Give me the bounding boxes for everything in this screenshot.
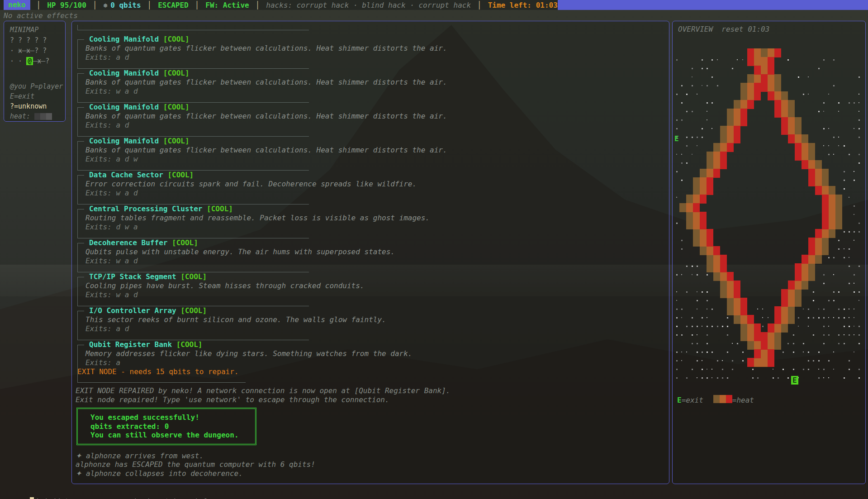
event-message: alphonze has ESCAPED the quantum compute…: [76, 460, 669, 469]
room-entry: Cooling Manifold [COOL] Banks of quantum…: [77, 103, 669, 137]
room-desc: Routing tables fragment and reassemble. …: [85, 214, 669, 223]
escape-line-3: You can still observe the dungeon.: [90, 431, 239, 440]
room-desc: Cooling pipes have burst. Steam hisses t…: [85, 281, 669, 290]
player-name-badge: neko: [4, 0, 30, 10]
legend-you: @you P=player: [10, 81, 65, 91]
minimap-row-3: · · @ x ?: [10, 56, 65, 67]
legend-heat-label: =heat: [732, 396, 754, 404]
exit-marker: E: [791, 376, 798, 385]
room-title: Data Cache Sector [COOL]: [85, 171, 669, 180]
room-frame-corner: [77, 175, 84, 176]
room-cool-tag: [COOL]: [207, 204, 233, 213]
minimap-title: MINIMAP: [10, 25, 65, 35]
room-name: TCP/IP Stack Segment: [89, 272, 176, 281]
room-cool-tag: [COOL]: [163, 35, 190, 43]
escape-line-1: You escaped successfully!: [90, 413, 239, 422]
player-marker: @: [26, 57, 33, 65]
overview-map: EE: [673, 21, 865, 484]
room-frame-corner: [77, 107, 84, 108]
rooms-list: Cooling Manifold [COOL] Banks of quantum…: [75, 35, 669, 383]
minimap-panel: MINIMAP ? ? ? ? ? · x x ? ? · · @ x ? @y…: [4, 21, 66, 122]
room-exits: Exits: d w a: [85, 223, 669, 232]
heat-swatches: [34, 112, 52, 120]
room-desc: Banks of quantum gates flicker between c…: [85, 146, 669, 155]
room-cool-tag: [COOL]: [163, 137, 190, 145]
room-title: Central Processing Cluster [COOL]: [85, 204, 669, 214]
room-frame-vline: [77, 107, 78, 136]
room-frame-vline: [77, 39, 78, 68]
room-exits: Exits: w a d: [85, 290, 669, 299]
overview-header: OVERVIEW reset 01:03: [678, 25, 769, 33]
room-entry: Cooling Manifold [COOL] Banks of quantum…: [77, 137, 669, 171]
repair-message-2: Exit node repaired! Type 'use network' t…: [76, 395, 669, 404]
divider: │: [195, 1, 199, 10]
minimap-legend: @you P=player E=exit ?=unknown heat:: [10, 81, 65, 121]
overview-panel: OVERVIEW reset 01:03 EE E=exit=heat: [672, 21, 866, 484]
room-name: Data Cache Sector: [89, 171, 163, 179]
room-entry: Cooling Manifold [COOL] Banks of quantum…: [77, 35, 669, 69]
room-frame-corner: [77, 345, 84, 345]
legend-exit-label: =exit: [682, 396, 703, 404]
room-exits: Exits: w a d: [85, 189, 669, 198]
room-frame-corner: [77, 243, 84, 243]
room-frame-vline: [77, 277, 78, 306]
room-desc: Banks of quantum gates flicker between c…: [85, 78, 669, 87]
room-name: Decoherence Buffer: [89, 238, 167, 247]
room-frame-corner: [77, 277, 84, 277]
hp-indicator: HP 95/100: [47, 1, 86, 10]
event-message: ✦ alphonze arrives from west.: [76, 451, 669, 461]
divider: │: [37, 1, 41, 10]
room-title: Qubit Register Bank [COOL]: [85, 340, 669, 349]
room-exits: Exits: a d: [85, 121, 669, 130]
room-entry: Data Cache Sector [COOL] Error correctio…: [77, 171, 669, 204]
room-desc: Qubits pulse with unstable energy. The a…: [85, 247, 669, 257]
command-input-line[interactable]: > > w/a/s/d to move · say · hack · take …: [4, 489, 213, 499]
visited-cells: x: [33, 57, 45, 65]
room-entry: Central Processing Cluster [COOL] Routin…: [77, 204, 669, 238]
room-title: Cooling Manifold [COOL]: [85, 35, 669, 44]
room-frame-vline: [77, 175, 78, 204]
room-frame-vline: [77, 243, 78, 272]
room-cool-tag: [COOL]: [176, 340, 203, 349]
room-exits: Exits: a d: [85, 53, 669, 62]
room-desc: Banks of quantum gates flicker between c…: [85, 112, 669, 121]
room-title: Cooling Manifold [COOL]: [85, 103, 669, 112]
room-entry: Cooling Manifold [COOL] Banks of quantum…: [77, 69, 669, 103]
room-exits: Exits: w a d: [85, 87, 669, 96]
visited-cells: x x: [18, 47, 34, 55]
room-cool-tag: [COOL]: [163, 103, 190, 111]
timer-bar-fill: [558, 0, 868, 10]
room-title: TCP/IP Stack Segment [COOL]: [85, 272, 669, 281]
room-exits: Exits: a d: [85, 324, 669, 333]
room-title: Cooling Manifold [COOL]: [85, 137, 669, 146]
escape-success-box: You escaped successfully! qbits extracte…: [76, 408, 256, 445]
room-frame-rule: [77, 382, 246, 383]
divider: │: [93, 1, 97, 10]
prompt-chevron-2: >: [21, 497, 26, 499]
room-frame-corner: [77, 39, 84, 40]
divider: │: [256, 1, 260, 10]
exit-node-line: EXIT NODE - needs 15 qbits to repair.: [77, 367, 669, 376]
room-frame-vline: [77, 311, 78, 340]
prompt-chevron-1: >: [12, 497, 17, 499]
room-exits: Exits: a: [85, 358, 669, 367]
status-bar: neko │ HP 95/100 │ ❅ 0 qbits │ ESCAPED │…: [0, 0, 868, 10]
exit-marker: E: [674, 134, 679, 143]
room-title: I/O Controller Array [COOL]: [85, 306, 669, 315]
legend-exit-symbol: E: [677, 396, 682, 404]
minimap-row-1: ? ? ? ? ?: [10, 35, 65, 46]
room-name: I/O Controller Array: [89, 306, 176, 315]
room-desc: Error correction circuits spark and fail…: [85, 180, 669, 189]
escape-line-2: qbits extracted: 0: [90, 422, 239, 431]
room-entry: TCP/IP Stack Segment [COOL] Cooling pipe…: [77, 272, 669, 306]
room-exits: Exits: a d w: [85, 155, 669, 164]
room-cool-tag: [COOL]: [167, 171, 194, 179]
room-entry: Decoherence Buffer [COOL] Qubits pulse w…: [77, 238, 669, 272]
event-log: ✦ alphonze arrives from west. alphonze h…: [75, 451, 669, 478]
room-entry: Qubit Register Bank [COOL] Memory addres…: [77, 340, 669, 383]
scrolled-entry-rule: [77, 25, 309, 30]
room-cool-tag: [COOL]: [172, 238, 198, 247]
room-desc: This sector reeks of burnt silicon and o…: [85, 315, 669, 324]
room-desc: Memory addresses flicker like dying star…: [85, 349, 669, 358]
room-log-panel[interactable]: Cooling Manifold [COOL] Banks of quantum…: [71, 21, 669, 484]
